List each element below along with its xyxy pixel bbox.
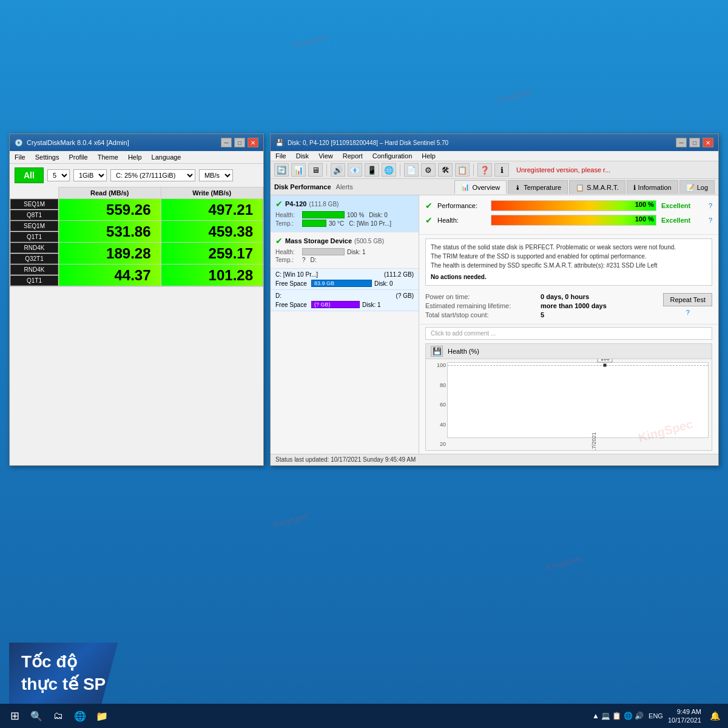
hds-toolbar-icon-7[interactable]: 🌐 (382, 163, 396, 177)
cdm-read-seq1m-q8t1: 559.26 (59, 199, 161, 221)
hds-toolbar-icon-2[interactable]: 📊 (291, 163, 306, 177)
cdm-menu-help[interactable]: Help (128, 152, 142, 162)
cdm-titlebar: 💿 CrystalDiskMark 8.0.4 x64 [Admin] ─ □ … (10, 134, 263, 151)
y-label-60: 60 (427, 402, 446, 408)
hds-menu-configuration[interactable]: Configuration (372, 152, 412, 160)
disk-1-size: (500.5 GB) (354, 238, 384, 244)
volume-c-bar: 83.9 GB (311, 280, 372, 287)
hds-menu-help[interactable]: Help (422, 152, 436, 160)
taskbar-edge-icon[interactable]: 🌐 (70, 706, 90, 726)
taskbar-date: 10/17/2021 (668, 716, 701, 724)
volume-d-bar: (? GB) (311, 301, 360, 308)
hds-toolbar-icon-4[interactable]: 🔊 (331, 163, 345, 177)
volume-c-header: C: [Win 10 Pr...] (111.2 GB) (275, 271, 414, 278)
disk-1-temp-value: ? (302, 257, 306, 263)
disk-0-temp-row: Temp.: 30 °C C: [Win 10 Pr...] (275, 220, 414, 227)
taskbar-folder-icon[interactable]: 📁 (92, 706, 112, 726)
hds-maximize-button[interactable]: □ (689, 138, 700, 147)
cdm-menu-file[interactable]: File (15, 152, 25, 162)
taskbar-time-area: 9:49 AM 10/17/2021 (668, 707, 701, 725)
banner-line1: Tốc độ (21, 651, 106, 673)
hds-toolbar-icon-12[interactable]: ❓ (477, 163, 492, 177)
cdm-drive-select[interactable]: C: 25% (27/111GiB) (110, 169, 195, 181)
tab-overview-label: Overview (472, 184, 500, 191)
hds-toolbar-icon-1[interactable]: 🔄 (274, 163, 289, 177)
hds-menu-disk[interactable]: Disk (296, 152, 309, 160)
disk-0-health-disk: Disk: 0 (369, 212, 388, 218)
cdm-menu-language[interactable]: Language (152, 152, 181, 162)
disk-item-0[interactable]: ✔ P4-120 (111.8 GB) Health: 100 % Disk: … (271, 195, 419, 232)
cdm-title-area: 💿 CrystalDiskMark 8.0.4 x64 [Admin] (15, 139, 129, 147)
taskbar-time: 9:49 AM (668, 707, 701, 716)
comment-box[interactable]: Click to add comment ... (425, 327, 712, 340)
hds-toolbar-icon-10[interactable]: 🛠 (438, 163, 453, 177)
performance-row: ✔ Performance: 100 % Excellent ? (425, 200, 712, 211)
tab-smart[interactable]: 📋 S.M.A.R.T. (569, 180, 625, 194)
chart-save-icon[interactable]: 💾 (431, 346, 443, 357)
log-icon: 📝 (686, 184, 695, 192)
hds-toolbar-icon-5[interactable]: 📧 (348, 163, 362, 177)
hds-toolbar-icon-8[interactable]: 📄 (404, 163, 419, 177)
disk-item-0-header: ✔ P4-120 (111.8 GB) (275, 199, 414, 209)
tab-information[interactable]: ℹ Information (627, 180, 678, 194)
disk-item-1[interactable]: ✔ Mass Storage Device (500.5 GB) Health:… (271, 232, 419, 269)
volume-d-label: D: (275, 292, 281, 299)
cdm-label-q32t1: Q32T1 (10, 254, 58, 264)
cdm-label-rnd4k-2: RND4K (10, 265, 58, 275)
taskbar-search-icon[interactable]: 🔍 (27, 706, 46, 726)
hds-toolbar-icon-9[interactable]: ⚙ (421, 163, 436, 177)
disk-performance-tab[interactable]: Disk Performance (274, 183, 331, 190)
cdm-label-seq1m-q8t1: SEQ1M Q8T1 (10, 199, 59, 221)
cdm-menu-profile[interactable]: Profile (69, 152, 87, 162)
power-on-label: Power on time: (425, 293, 534, 300)
cdm-close-button[interactable]: ✕ (248, 138, 258, 147)
disk-1-health-disk: Disk: 1 (347, 249, 366, 255)
tab-overview[interactable]: 📊 Overview (454, 180, 507, 194)
cdm-status-bar (10, 286, 263, 298)
cdm-unit-select[interactable]: MB/s (199, 169, 233, 181)
hds-toolbar-icon-3[interactable]: 🖥 (308, 163, 323, 177)
disk-1-check-icon: ✔ (275, 236, 283, 246)
hds-left-panel: ✔ P4-120 (111.8 GB) Health: 100 % Disk: … (271, 195, 419, 454)
temperature-icon: 🌡 (514, 184, 521, 191)
hds-menu-file[interactable]: File (275, 152, 286, 160)
hds-minimize-button[interactable]: ─ (676, 138, 687, 147)
hds-toolbar-icon-6[interactable]: 📱 (365, 163, 379, 177)
tab-log[interactable]: 📝 Log (679, 180, 715, 194)
cdm-minimize-button[interactable]: ─ (221, 138, 232, 147)
hds-separator-1 (326, 164, 327, 176)
alerts-tab[interactable]: Alerts (336, 183, 353, 190)
health-pct: 100 % (635, 215, 654, 223)
volume-d[interactable]: D: (? GB) Free Space (? GB) Disk: 1 (271, 290, 419, 311)
performance-help-icon[interactable]: ? (709, 202, 712, 209)
taskbar-taskvw-icon[interactable]: 🗂 (49, 706, 68, 726)
hds-unreg-notice: Unregistered version, please r... (516, 166, 610, 174)
health-help-icon[interactable]: ? (709, 217, 712, 224)
cdm-label-q1t1-2: Q1T1 (10, 275, 58, 286)
performance-health-section: ✔ Performance: 100 % Excellent ? ✔ Healt… (419, 195, 718, 235)
cdm-maximize-button[interactable]: □ (234, 138, 245, 147)
health-chart-title: Health (%) (448, 348, 479, 355)
disk-info-text: The status of the solid state disk is PE… (425, 238, 712, 286)
cdm-size-select[interactable]: 1GiB (73, 169, 107, 181)
hds-toolbar-icon-13[interactable]: ℹ (494, 163, 509, 177)
repeat-test-button[interactable]: Repeat Test (663, 293, 712, 306)
tab-temperature[interactable]: 🌡 Temperature (508, 180, 568, 194)
performance-bar-container: 100 % (491, 200, 656, 211)
hds-close-button[interactable]: ✕ (703, 138, 713, 147)
hds-toolbar-icon-11[interactable]: 📋 (455, 163, 470, 177)
volume-c[interactable]: C: [Win 10 Pr...] (111.2 GB) Free Space … (271, 269, 419, 290)
cdm-menu-settings[interactable]: Settings (35, 152, 59, 162)
cdm-all-button[interactable]: All (15, 167, 44, 183)
repeat-test-help-icon[interactable]: ? (686, 309, 690, 316)
cdm-menu-theme[interactable]: Theme (98, 152, 118, 162)
health-chart-section: 💾 Health (%) 100 80 60 40 20 (425, 343, 712, 451)
banner-text: Tốc độ thực tế SP (21, 651, 106, 695)
hds-menu-report[interactable]: Report (343, 152, 363, 160)
hds-menu-view[interactable]: View (318, 152, 333, 160)
taskbar-notification-icon[interactable]: 🔔 (706, 707, 723, 724)
cdm-count-select[interactable]: 5 (47, 169, 70, 181)
start-button[interactable]: ⊞ (5, 706, 24, 726)
disk-0-temp-path: C: [Win 10 Pr...] (349, 220, 391, 227)
health-chart-header: 💾 Health (%) (426, 344, 712, 359)
